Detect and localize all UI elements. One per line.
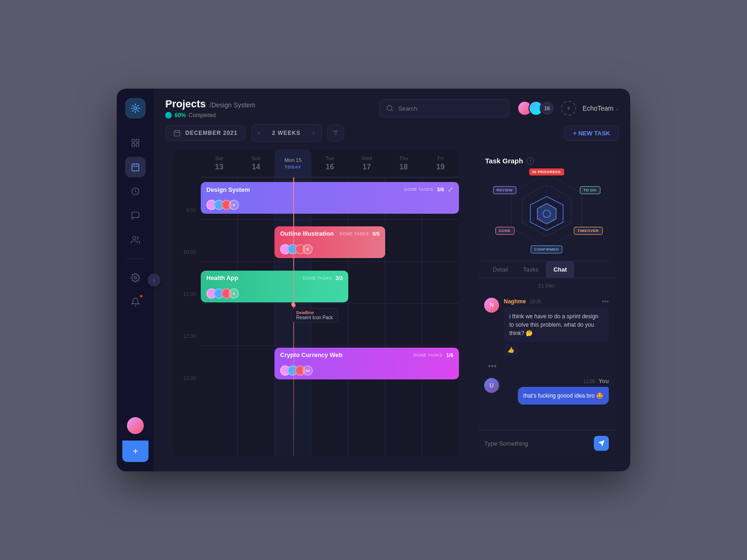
team-name: EchoTeam ⌄ (583, 105, 619, 112)
chat-bubble-naghme: i think we have to do a sprint design to… (504, 308, 609, 342)
sidebar-nav (125, 133, 146, 417)
chat-date: 21 Dec (478, 278, 615, 293)
user-avatar[interactable] (127, 417, 144, 434)
deadline-label: Resent Icon Pack (296, 315, 333, 320)
svg-point-18 (133, 237, 136, 240)
chat-input-area (478, 430, 615, 456)
chat-reaction-naghme[interactable]: 👍 (504, 345, 518, 355)
tab-tasks[interactable]: Tasks (515, 261, 546, 278)
project-title: Projects /Design System (165, 98, 372, 110)
label-confirmed: CONFIRMED (530, 245, 563, 253)
add-member-button[interactable]: + (561, 101, 576, 116)
time-1200: 12:00 (173, 331, 201, 373)
svg-rect-22 (174, 131, 180, 136)
chat-meta-self: You 11:05 (583, 378, 609, 385)
right-panel: Task Graph i (478, 149, 615, 456)
svg-line-5 (132, 105, 134, 106)
sidebar-logo[interactable] (125, 98, 146, 119)
label-in-progress: IN PROGRESS (529, 168, 564, 175)
sidebar-item-clock[interactable] (125, 181, 146, 202)
next-week-button[interactable]: › (306, 125, 321, 141)
project-subtitle: /Design System (210, 101, 255, 109)
date-picker[interactable]: DECEMBER 2021 (165, 125, 246, 141)
task-graph-title: Task Graph (485, 157, 523, 165)
sidebar-item-chat[interactable] (125, 205, 146, 226)
time-1100: 11:00 (173, 289, 201, 331)
sidebar-item-notifications[interactable] (125, 292, 146, 312)
deadline-marker: Deadline Resent Icon Pack (291, 302, 338, 322)
calendar-body: Design System DONE TASKS 3/6 ⤢ (201, 177, 459, 456)
tab-chat[interactable]: Chat (546, 261, 574, 278)
svg-rect-9 (132, 140, 135, 142)
search-icon (386, 105, 394, 112)
sidebar-item-calendar[interactable] (125, 157, 146, 177)
day-thu: Thu 18 (385, 149, 422, 177)
sidebar-divider (126, 259, 145, 259)
col-4 (348, 177, 385, 456)
svg-line-6 (137, 110, 139, 112)
chat-message-naghme: N Naghme 10:35 ••• i think we have to do… (484, 298, 609, 355)
day-fri: Fri 19 (422, 149, 459, 177)
chat-more-naghme[interactable]: ••• (602, 298, 609, 305)
project-progress: 60% Completed (165, 112, 372, 119)
filter-button[interactable] (327, 125, 344, 141)
chat-tabs: Detail Tasks Chat (478, 261, 615, 278)
task-outline[interactable]: Outline Illustration DONE TASKS 0/5 (275, 226, 385, 258)
add-button[interactable]: + (122, 441, 148, 462)
team-avatars: 16 (517, 101, 555, 116)
chat-bubble-self: that's fucking goood idea bro 🤩 (518, 387, 609, 405)
svg-point-0 (134, 107, 137, 110)
label-to-do: TO DO (580, 186, 600, 194)
task-design-system[interactable]: Design System DONE TASKS 3/6 ⤢ (201, 182, 459, 214)
avatar-naghme: N (484, 298, 499, 313)
sidebar-item-grid[interactable] (125, 133, 146, 153)
task-health-app[interactable]: Health App DONE TASKS 2/3 4 (201, 271, 348, 302)
sidebar-item-team[interactable] (125, 230, 146, 250)
svg-rect-12 (136, 144, 139, 147)
chat-messages: N Naghme 10:35 ••• i think we have to do… (478, 293, 615, 430)
day-sun: Sun 14 (238, 149, 275, 177)
typing-dots: ••• (484, 362, 609, 371)
progress-label: Completed (189, 112, 216, 119)
chat-bubble-wrap-self: You 11:05 that's fucking goood idea bro … (504, 378, 609, 405)
filter-icon (332, 129, 339, 137)
task-crypto[interactable]: Crypto Currency Web DONE TASKS 1/6 (275, 348, 459, 379)
calendar: 9:00 10:00 11:00 12:00 13:00 Sat 13 (173, 149, 459, 456)
send-icon (598, 440, 605, 447)
svg-rect-11 (132, 144, 135, 147)
tab-detail[interactable]: Detail (485, 261, 515, 278)
chevron-icon: ⌄ (615, 106, 619, 111)
time-1000: 10:00 (173, 247, 201, 289)
project-name: Projects (165, 98, 206, 110)
hex-graph-svg (500, 168, 593, 252)
label-done: DONE (495, 227, 514, 235)
svg-point-19 (134, 277, 137, 279)
chat-time-self: 11:05 (583, 379, 595, 384)
calendar-icon (173, 129, 181, 137)
chat-bubble-wrap-naghme: Naghme 10:35 ••• i think we have to do a… (504, 298, 609, 355)
chat-input[interactable] (484, 440, 589, 447)
search-bar[interactable] (379, 99, 510, 118)
day-wed: Wed 17 (348, 149, 385, 177)
prev-week-button[interactable]: ‹ (252, 125, 267, 141)
calendar-grid: Sat 13 Sun 14 Mon 15 TODAY Tue (201, 149, 459, 456)
svg-rect-10 (136, 140, 139, 142)
app-container: › (117, 89, 630, 471)
search-input[interactable] (398, 105, 503, 112)
avatar-self: U (484, 378, 499, 393)
sidebar-toggle[interactable]: › (148, 273, 161, 287)
day-mon-today: Mon 15 TODAY (275, 149, 311, 177)
info-icon[interactable]: i (527, 157, 534, 165)
chat-sender-self: You (599, 378, 609, 385)
deadline-title: Deadline (296, 310, 333, 315)
hex-graph: IN PROGRESS REVIEW TO DO DONE TIMEOVER C… (500, 168, 593, 252)
sidebar-item-settings[interactable] (125, 267, 146, 288)
deadline-dot (291, 302, 295, 306)
new-task-button[interactable]: + NEW TASK (564, 126, 619, 141)
send-button[interactable] (594, 436, 609, 451)
svg-rect-13 (132, 164, 139, 171)
svg-line-7 (132, 110, 134, 112)
task-graph-header: Task Graph i (485, 157, 608, 168)
svg-line-21 (391, 110, 393, 111)
week-nav: ‹ 2 WEEKS › (251, 124, 322, 142)
